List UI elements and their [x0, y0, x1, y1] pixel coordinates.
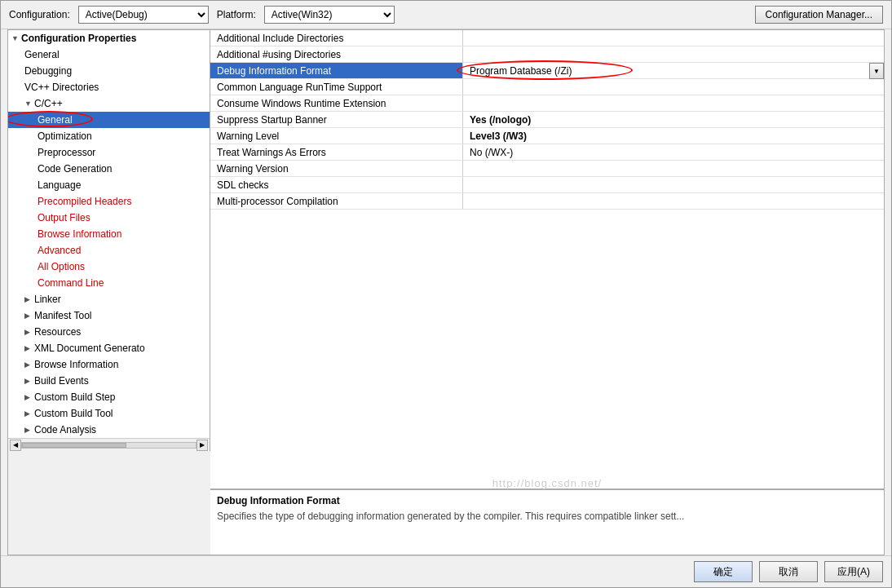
xmlgen-arrow[interactable]: ▶ [24, 344, 34, 352]
main-content: ▼ Configuration Properties General Debug… [7, 29, 885, 555]
properties-grid: Additional Include Directories Additiona… [210, 30, 884, 489]
prop-row-banner: Suppress Startup Banner Yes (/nologo) [210, 112, 884, 128]
prop-name-include-dirs: Additional Include Directories [210, 30, 463, 46]
config-label: Configuration: [9, 9, 70, 20]
tree-item-build-events[interactable]: ▶ Build Events [8, 373, 210, 389]
desc-title: Debug Information Format [217, 495, 877, 506]
prop-row-include-dirs: Additional Include Directories [210, 30, 884, 46]
tree-item-codegen[interactable]: Code Generation [8, 161, 210, 177]
prop-value-debug-info: Program Database (/Zi) ▼ [463, 63, 884, 78]
tree-item-manifest[interactable]: ▶ Manifest Tool [8, 307, 210, 324]
build-events-arrow[interactable]: ▶ [24, 377, 34, 385]
hscroll-right-btn[interactable]: ▶ [197, 440, 208, 451]
tree-item-output[interactable]: Output Files [8, 210, 210, 226]
tree-item-general[interactable]: General [8, 46, 210, 63]
tree-item-preprocessor[interactable]: Preprocessor [8, 144, 210, 161]
prop-value-wrt [463, 95, 884, 111]
prop-value-using-dirs [463, 46, 884, 62]
custom-build-step-arrow[interactable]: ▶ [24, 393, 34, 401]
prop-row-clr: Common Language RunTime Support [210, 79, 884, 95]
tree-panel: ▼ Configuration Properties General Debug… [8, 30, 210, 438]
browse-info-arrow[interactable]: ▶ [24, 360, 34, 369]
left-hscrollbar[interactable]: ◀ ▶ [8, 438, 210, 451]
tree-item-xmlgen[interactable]: ▶ XML Document Generato [8, 340, 210, 356]
custom-build-tool-arrow[interactable]: ▶ [24, 409, 34, 418]
prop-name-warning-level: Warning Level [210, 128, 463, 144]
prop-name-banner: Suppress Startup Banner [210, 112, 463, 127]
prop-value-treat-warn: No (/WX-) [463, 144, 884, 160]
cpp-arrow[interactable]: ▼ [24, 99, 34, 108]
tree-item-vcdirs[interactable]: VC++ Directories [8, 79, 210, 95]
prop-value-warn-ver [463, 161, 884, 176]
tree-item-cpp-general[interactable]: General [8, 112, 210, 128]
prop-row-mp: Multi-processor Compilation [210, 193, 884, 210]
hscroll-track[interactable] [21, 442, 197, 449]
prop-row-sdl: SDL checks [210, 177, 884, 193]
right-panel: Additional Include Directories Additiona… [210, 30, 884, 555]
description-panel: Debug Information Format Specifies the t… [210, 489, 884, 555]
tree-item-optimization[interactable]: Optimization [8, 128, 210, 144]
prop-dropdown-btn[interactable]: ▼ [869, 63, 884, 79]
tree-root[interactable]: ▼ Configuration Properties [8, 30, 210, 46]
hscroll-thumb[interactable] [22, 443, 126, 448]
tree-item-custom-build-step[interactable]: ▶ Custom Build Step [8, 389, 210, 405]
prop-name-wrt: Consume Windows Runtime Extension [210, 95, 463, 111]
resources-arrow[interactable]: ▶ [24, 328, 34, 336]
prop-value-mp [463, 193, 884, 209]
prop-row-debug-info[interactable]: Debug Information Format Program Databas… [210, 63, 884, 79]
prop-row-wrt: Consume Windows Runtime Extension [210, 95, 884, 112]
tree-item-pch[interactable]: Precompiled Headers [8, 193, 210, 210]
code-analysis-arrow[interactable]: ▶ [24, 426, 34, 434]
tree-root-arrow[interactable]: ▼ [11, 34, 21, 42]
prop-name-clr: Common Language RunTime Support [210, 79, 463, 95]
prop-name-debug-info: Debug Information Format [210, 63, 463, 78]
prop-name-treat-warn: Treat Warnings As Errors [210, 144, 463, 160]
prop-row-warn-ver: Warning Version [210, 161, 884, 177]
desc-text: Specifies the type of debugging informat… [217, 510, 877, 524]
manifest-arrow[interactable]: ▶ [24, 312, 34, 320]
platform-label: Platform: [217, 9, 256, 20]
prop-name-sdl: SDL checks [210, 177, 463, 192]
tree-item-linker[interactable]: ▶ Linker [8, 291, 210, 307]
hscroll-left-btn[interactable]: ◀ [10, 440, 21, 451]
tree-item-custom-build-tool[interactable]: ▶ Custom Build Tool [8, 405, 210, 422]
prop-row-using-dirs: Additional #using Directories [210, 46, 884, 63]
tree-item-cpp-browse[interactable]: Browse Information [8, 226, 210, 242]
cancel-button[interactable]: 取消 [759, 561, 818, 582]
linker-arrow[interactable]: ▶ [24, 295, 34, 303]
config-manager-button[interactable]: Configuration Manager... [755, 6, 883, 24]
prop-name-mp: Multi-processor Compilation [210, 193, 463, 209]
bottom-bar: 确定 取消 应用(A) [1, 555, 891, 587]
platform-select[interactable]: Active(Win32) [264, 6, 395, 24]
prop-value-banner: Yes (/nologo) [463, 112, 884, 127]
left-panel-container: ▼ Configuration Properties General Debug… [8, 30, 210, 555]
tree-item-resources[interactable]: ▶ Resources [8, 324, 210, 340]
prop-name-warn-ver: Warning Version [210, 161, 463, 176]
tree-item-debugging[interactable]: Debugging [8, 63, 210, 79]
config-select[interactable]: Active(Debug) [78, 6, 209, 24]
tree-root-label: Configuration Properties [21, 33, 136, 44]
tree-item-cmdline[interactable]: Command Line [8, 275, 210, 291]
apply-button[interactable]: 应用(A) [824, 561, 883, 582]
prop-value-warning-level: Level3 (/W3) [463, 128, 884, 144]
ok-button[interactable]: 确定 [694, 561, 753, 582]
tree-item-allopts[interactable]: All Options [8, 259, 210, 275]
prop-row-warning-level: Warning Level Level3 (/W3) [210, 128, 884, 144]
dialog: Configuration: Active(Debug) Platform: A… [0, 0, 892, 588]
tree-item-cpp[interactable]: ▼ C/C++ [8, 95, 210, 112]
prop-value-sdl [463, 177, 884, 192]
tree-item-advanced[interactable]: Advanced [8, 242, 210, 259]
prop-value-include-dirs [463, 30, 884, 46]
toolbar: Configuration: Active(Debug) Platform: A… [1, 1, 891, 29]
prop-row-treat-warn: Treat Warnings As Errors No (/WX-) [210, 144, 884, 161]
tree-item-code-analysis[interactable]: ▶ Code Analysis [8, 422, 210, 438]
prop-value-clr [463, 79, 884, 95]
prop-name-using-dirs: Additional #using Directories [210, 46, 463, 62]
tree-item-browse-info[interactable]: ▶ Browse Information [8, 356, 210, 373]
tree-item-language[interactable]: Language [8, 177, 210, 193]
